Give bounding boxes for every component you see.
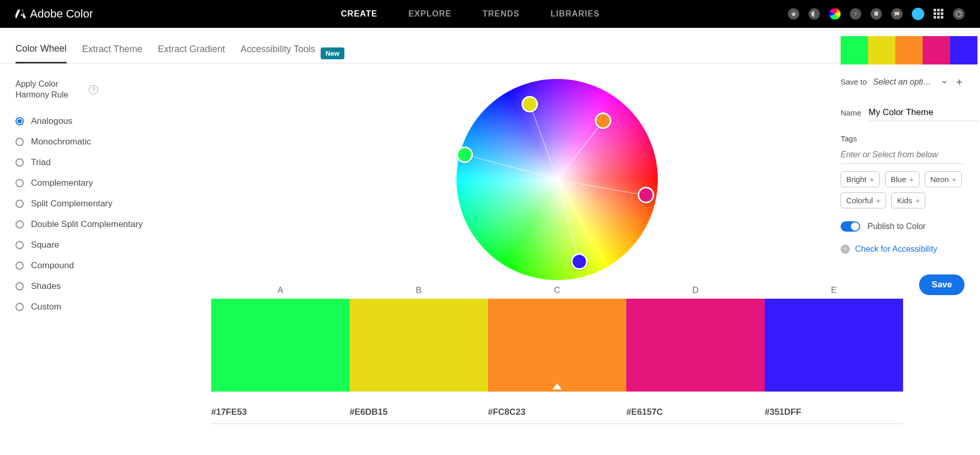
subtab-extract-gradient[interactable]: Extract Gradient: [158, 44, 225, 62]
add-library-button[interactable]: ＋: [954, 75, 965, 89]
hex-input-c[interactable]: [488, 402, 626, 424]
new-badge: New: [321, 47, 345, 59]
cc-icon[interactable]: [953, 8, 965, 20]
name-label: Name: [841, 108, 861, 117]
wheel-marker[interactable]: [571, 253, 588, 270]
swatch-letter: C: [488, 285, 626, 296]
chevron-down-icon: [941, 78, 948, 86]
app-logo[interactable]: Adobe Color: [15, 7, 93, 21]
swatch-a[interactable]: [211, 299, 350, 392]
save-to-label: Save to: [841, 77, 867, 86]
swatch-letter: B: [350, 285, 488, 296]
swatch-letter: A: [211, 285, 350, 296]
subtab-extract-theme[interactable]: Extract Theme: [82, 44, 143, 62]
harmony-rule-label: Apply Color Harmony Rule: [15, 79, 83, 101]
preview-swatches: [841, 36, 977, 64]
svg-point-4: [845, 247, 846, 248]
tag-chip-blue[interactable]: Blue +: [885, 171, 920, 187]
hex-input-e[interactable]: [765, 402, 903, 424]
svg-text:?: ?: [854, 11, 857, 17]
notification-icon[interactable]: [871, 8, 882, 20]
apps-grid-icon[interactable]: [934, 9, 944, 19]
subtab-accessibility-tools[interactable]: Accessibility Tools: [241, 44, 315, 62]
harmony-rule-shades[interactable]: Shades: [15, 281, 150, 291]
wheel-marker[interactable]: [595, 112, 611, 129]
tag-chip-kids[interactable]: Kids +: [891, 192, 925, 208]
topnav-explore[interactable]: EXPLORE: [408, 9, 451, 19]
svg-point-3: [956, 11, 962, 17]
harmony-rule-split-complementary[interactable]: Split Complementary: [15, 199, 150, 209]
svg-rect-1: [875, 11, 878, 15]
save-button[interactable]: Save: [919, 274, 965, 295]
wheel-marker[interactable]: [521, 96, 538, 112]
publish-label: Publish to Color: [867, 222, 926, 231]
swatch-e[interactable]: [765, 299, 903, 392]
top-nav: CREATEEXPLORETRENDSLIBRARIES: [341, 9, 599, 19]
svg-rect-2: [894, 12, 899, 15]
save-to-select[interactable]: Select an opti…: [873, 77, 948, 87]
subtab-color-wheel[interactable]: Color Wheel: [15, 43, 67, 63]
wheel-marker[interactable]: [638, 187, 654, 203]
hex-input-b[interactable]: [350, 402, 488, 424]
topnav-create[interactable]: CREATE: [341, 9, 377, 19]
help-tooltip-icon[interactable]: ?: [89, 85, 98, 94]
swatch-letter: D: [626, 285, 765, 296]
harmony-rule-analogous[interactable]: Analogous: [15, 116, 150, 126]
feedback-icon[interactable]: [891, 8, 903, 20]
tag-chip-neon[interactable]: Neon +: [925, 171, 962, 187]
tags-input[interactable]: [841, 146, 965, 164]
hex-input-d[interactable]: [626, 402, 765, 424]
help-icon[interactable]: ?: [850, 8, 861, 20]
color-wheel-icon[interactable]: [829, 8, 841, 20]
swatch-c[interactable]: [488, 299, 626, 392]
avatar[interactable]: [912, 8, 924, 20]
wheel-marker[interactable]: [456, 147, 473, 163]
theme-name-input[interactable]: [868, 104, 978, 121]
tag-chip-colorful[interactable]: Colorful +: [841, 192, 886, 208]
tags-label: Tags: [841, 134, 965, 143]
harmony-rule-square[interactable]: Square: [15, 240, 150, 250]
accessibility-icon: [841, 245, 850, 254]
harmony-rule-triad[interactable]: Triad: [15, 157, 150, 168]
publish-toggle[interactable]: [841, 221, 860, 232]
app-title: Adobe Color: [30, 7, 93, 21]
topnav-trends[interactable]: TRENDS: [482, 9, 519, 19]
harmony-rule-complementary[interactable]: Complementary: [15, 178, 150, 188]
swatch-b[interactable]: [350, 299, 488, 392]
topnav-libraries[interactable]: LIBRARIES: [550, 9, 599, 19]
star-icon[interactable]: [788, 8, 799, 20]
harmony-rule-compound[interactable]: Compound: [15, 261, 150, 271]
hex-input-a[interactable]: [211, 402, 350, 424]
harmony-rule-custom[interactable]: Custom: [15, 302, 150, 312]
color-wheel[interactable]: [456, 79, 658, 280]
harmony-rule-monochromatic[interactable]: Monochromatic: [15, 137, 150, 147]
tag-chip-bright[interactable]: Bright +: [841, 171, 880, 187]
contrast-icon[interactable]: [809, 8, 820, 20]
check-accessibility-link[interactable]: Check for Accessibility: [855, 245, 937, 254]
harmony-rule-double-split-complementary[interactable]: Double Split Complementary: [15, 219, 150, 230]
swatch-d[interactable]: [626, 299, 765, 392]
